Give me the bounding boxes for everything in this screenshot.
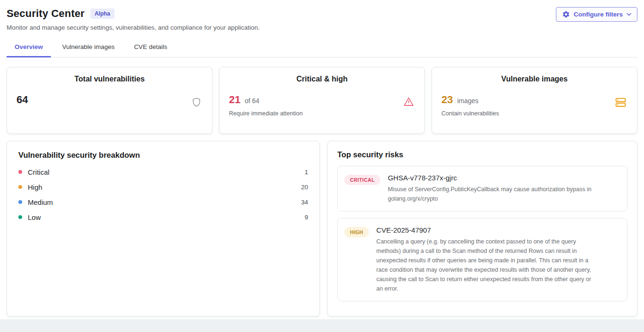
risk-id: GHSA-v778-237x-gjrc bbox=[388, 174, 604, 182]
page-header: Security Center Alpha Monitor and manage… bbox=[0, 0, 644, 31]
configure-filters-label: Configure filters bbox=[574, 11, 623, 18]
breakdown-title: Vulnerability security breakdown bbox=[18, 151, 308, 160]
tab-overview[interactable]: Overview bbox=[7, 39, 51, 57]
risk-item[interactable]: HIGH CVE-2025-47907 Cancelling a query (… bbox=[337, 218, 628, 301]
risk-item[interactable]: CRITICAL GHSA-v778-237x-gjrc Misuse of S… bbox=[337, 166, 628, 211]
page-title: Security Center bbox=[7, 8, 85, 20]
stat-caption: Require immediate attention bbox=[229, 110, 415, 117]
stat-caption: Contain vulnerabilities bbox=[441, 110, 628, 117]
severity-dot bbox=[18, 170, 22, 174]
chevron-down-icon bbox=[627, 13, 631, 16]
breakdown-value: 1 bbox=[304, 169, 308, 176]
breakdown-list: Critical 1 High 20 Medium 34 Low 9 bbox=[18, 164, 308, 225]
stat-card-title: Vulnerable images bbox=[441, 75, 628, 83]
stat-card-vulnerable-images: Vulnerable images 23 images Contain vuln… bbox=[432, 67, 637, 134]
warning-icon bbox=[403, 97, 414, 109]
stat-value: 64 bbox=[16, 94, 28, 106]
breakdown-label: Medium bbox=[28, 198, 53, 206]
page-subtitle: Monitor and manage security settings, vu… bbox=[7, 24, 637, 31]
server-icon bbox=[615, 97, 627, 110]
breakdown-value: 9 bbox=[304, 214, 308, 221]
security-center-page: Security Center Alpha Monitor and manage… bbox=[0, 0, 644, 319]
tab-bar: OverviewVulnerable imagesCVE details bbox=[7, 39, 637, 57]
breakdown-label: Low bbox=[28, 213, 41, 221]
severity-dot bbox=[18, 200, 22, 204]
tab-vulnerable-images[interactable]: Vulnerable images bbox=[54, 39, 122, 57]
risk-list: CRITICAL GHSA-v778-237x-gjrc Misuse of S… bbox=[337, 166, 628, 307]
gear-icon bbox=[562, 10, 570, 18]
stat-card-title: Critical & high bbox=[229, 75, 415, 83]
stat-value-suffix: images bbox=[457, 97, 478, 105]
breakdown-row: High 20 bbox=[18, 179, 308, 194]
breakdown-label: Critical bbox=[28, 168, 49, 176]
stat-value: 21 bbox=[229, 94, 240, 106]
risks-title: Top security risks bbox=[337, 150, 628, 159]
risk-description: Misuse of ServerConfig.PublicKeyCallback… bbox=[388, 185, 604, 203]
risk-id: CVE-2025-47907 bbox=[376, 226, 593, 234]
shield-icon bbox=[191, 97, 202, 110]
alpha-badge: Alpha bbox=[90, 8, 114, 19]
severity-dot bbox=[18, 215, 22, 219]
stat-value-suffix: of 64 bbox=[245, 97, 259, 105]
severity-badge: CRITICAL bbox=[344, 175, 380, 185]
top-security-risks-panel: Top security risks CRITICAL GHSA-v778-23… bbox=[327, 141, 637, 316]
breakdown-row: Medium 34 bbox=[18, 194, 308, 210]
stat-card-title: Total vulnerabilities bbox=[16, 75, 203, 83]
breakdown-value: 34 bbox=[301, 199, 308, 206]
stat-card-total-vulnerabilities: Total vulnerabilities 64 bbox=[7, 67, 212, 134]
stat-value: 23 bbox=[441, 94, 453, 106]
vulnerability-breakdown-panel: Vulnerability security breakdown Critica… bbox=[7, 141, 320, 316]
stat-card-critical-high: Critical & high 21 of 64 Require immedia… bbox=[219, 67, 425, 134]
severity-dot bbox=[18, 185, 22, 189]
breakdown-label: High bbox=[28, 183, 42, 191]
tab-cve-details[interactable]: CVE details bbox=[126, 39, 175, 57]
risk-description: Cancelling a query (e.g. by cancelling t… bbox=[376, 237, 593, 293]
panels-row: Vulnerability security breakdown Critica… bbox=[7, 141, 637, 316]
breakdown-row: Low 9 bbox=[18, 210, 308, 225]
breakdown-row: Critical 1 bbox=[18, 164, 308, 179]
configure-filters-button[interactable]: Configure filters bbox=[556, 7, 637, 22]
breakdown-value: 20 bbox=[301, 184, 308, 191]
severity-badge: HIGH bbox=[344, 227, 369, 237]
stat-cards-row: Total vulnerabilities 64 Critical & high… bbox=[7, 67, 637, 134]
